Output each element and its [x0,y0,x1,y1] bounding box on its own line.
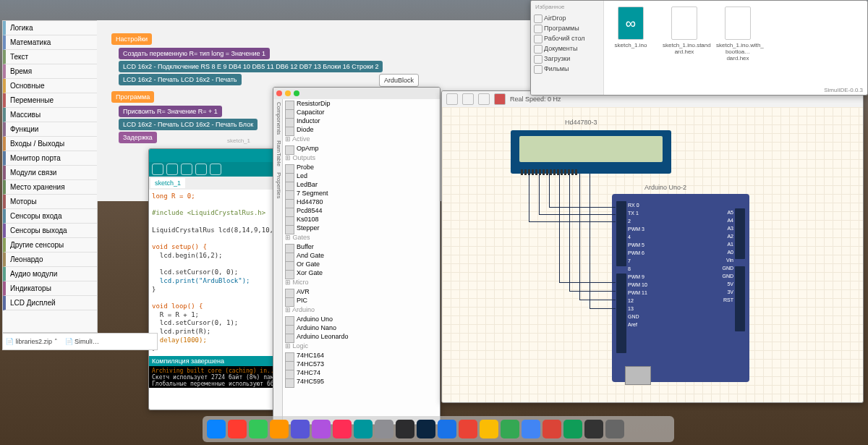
dock-app[interactable] [354,420,373,438]
download-item[interactable]: 📄 SimulI… [65,338,100,345]
component-item[interactable]: Arduino Leonardo [282,332,440,341]
dock-app[interactable] [501,420,519,438]
component-item[interactable]: Hd44780 [282,198,440,206]
component-item[interactable]: Led [282,171,440,180]
category-item[interactable]: Переменные [3,93,97,108]
finder-sidebar-item[interactable]: AirDrop [531,13,603,23]
block-ardublock-text[interactable]: ArduBlock [379,74,419,87]
dock-app[interactable] [542,420,561,438]
zoom-icon[interactable] [294,90,299,96]
component-section[interactable]: ⊞ Logic [282,341,440,351]
block-delay[interactable]: Задержка [119,132,157,143]
tab-components[interactable]: Components [273,99,282,137]
finder-sidebar-item[interactable]: Программы [531,23,603,33]
new-icon[interactable] [181,164,192,175]
category-item[interactable]: Логика [3,21,97,35]
dock-app[interactable] [563,420,582,438]
dock-app[interactable] [459,420,477,438]
dock-app[interactable] [249,420,268,438]
dock-app[interactable] [312,420,331,438]
category-item[interactable]: Входы / Выходы [3,137,97,151]
save-icon[interactable] [462,93,474,105]
category-item[interactable]: Сенсоры выхода [3,224,97,238]
component-item[interactable]: Diode [282,125,440,134]
export-icon[interactable] [478,93,490,105]
tab-ramtable[interactable]: RamTable [273,137,282,169]
block-lcd-connection[interactable]: LCD 16x2 - Подключение RS 8 E 9 DB4 10 D… [119,61,383,72]
dock-app[interactable] [480,420,498,438]
component-item[interactable]: Probe [282,163,440,171]
category-item[interactable]: Другие сенсоры [3,238,97,253]
component-section[interactable]: ⊞ Gates [282,232,440,242]
dock-app[interactable] [270,420,289,438]
component-item[interactable]: ResistorDip [282,99,440,108]
power-icon[interactable] [494,93,506,105]
category-item[interactable]: Леонардо [3,253,97,267]
component-item[interactable]: OpAmp [282,144,440,153]
component-item[interactable]: Inductor [282,116,440,125]
category-item[interactable]: Функции [3,122,97,137]
dock-app[interactable] [207,420,226,438]
dock-app[interactable] [605,420,624,438]
component-item[interactable]: Ks0108 [282,215,440,224]
component-item[interactable]: Or Gate [282,260,440,268]
category-item[interactable]: Текст [3,50,97,64]
dock-app[interactable] [417,420,435,438]
block-program-header[interactable]: Программа [111,91,154,103]
circuit-canvas[interactable]: Hd44780-3 Arduino Uno-2 RX 0TX 12PWM 34P… [442,107,863,402]
dock-app[interactable] [375,420,393,438]
component-section[interactable]: ⊞ Active [282,134,440,144]
component-item[interactable]: Pcd8544 [282,206,440,215]
category-item[interactable]: LCD Дисплей [3,296,97,310]
component-item[interactable]: 7 Segment [282,189,440,198]
dock-app[interactable] [438,420,456,438]
component-item[interactable]: Arduino Nano [282,323,440,332]
dock-app[interactable] [228,420,247,438]
component-item[interactable]: 74HC164 [282,351,440,360]
lcd-component[interactable] [511,130,671,174]
finder-file[interactable]: sketch_1.ino.stand ard.hex [663,7,706,89]
component-item[interactable]: Stepper [282,224,440,232]
component-item[interactable]: Capacitor [282,108,440,116]
dock-app[interactable] [396,420,414,438]
category-item[interactable]: Моторы [3,195,97,209]
component-item[interactable]: LedBar [282,180,440,189]
finder-file[interactable]: sketch_1.ino [609,7,652,89]
category-item[interactable]: Сенсоры входа [3,209,97,224]
finder-file[interactable]: sketch_1.ino.with_ bootloa…dard.hex [716,7,760,89]
minimize-icon[interactable] [285,90,291,96]
component-section[interactable]: ⊞ Micro [282,277,440,287]
download-item[interactable]: 📄 libraries2.zip ˄ [6,338,58,345]
open-icon[interactable] [195,164,207,175]
component-section[interactable]: ⊞ Arduino [282,305,440,315]
dock-app[interactable] [584,420,603,438]
category-item[interactable]: Основные [3,79,97,93]
components-titlebar[interactable] [273,88,440,99]
component-item[interactable]: Buffer [282,242,440,251]
block-create-var[interactable]: Создать переменную R= тип long = Значени… [119,48,270,59]
category-item[interactable]: Массивы [3,108,97,122]
component-item[interactable]: 74HC595 [282,377,440,386]
verify-icon[interactable] [152,164,163,175]
component-item[interactable]: And Gate [282,251,440,260]
finder-sidebar-item[interactable]: Рабочий стол [531,33,603,43]
category-item[interactable]: Математика [3,35,97,50]
open-icon[interactable] [446,93,458,105]
category-item[interactable]: Модули связи [3,166,97,180]
dock-app[interactable] [291,420,310,438]
block-assign[interactable]: Присвоить R= Значение R= + 1 [119,106,222,117]
arduino-uno-component[interactable]: RX 0TX 12PWM 34PWM 5PWM 678PWM 9PWM 10PW… [612,194,749,382]
finder-sidebar-item[interactable]: Документы [531,43,603,54]
block-settings-header[interactable]: Настройки [111,33,152,45]
block-lcd-print-2[interactable]: LCD 16x2 - Печать LCD 16x2 - Печать Блок [119,119,258,130]
category-item[interactable]: Аудио модули [3,267,97,281]
ide-tab[interactable]: sketch_1 [150,178,185,188]
save-icon[interactable] [210,164,221,175]
block-lcd-print[interactable]: LCD 16x2 - Печать LCD 16x2 - Печать [119,74,242,85]
tab-properties[interactable]: Properties [273,169,282,201]
close-icon[interactable] [276,90,282,96]
component-item[interactable]: AVR [282,287,440,296]
component-item[interactable]: 74HC573 [282,360,440,368]
component-item[interactable]: Xor Gate [282,268,440,277]
component-item[interactable]: 74HC74 [282,368,440,377]
